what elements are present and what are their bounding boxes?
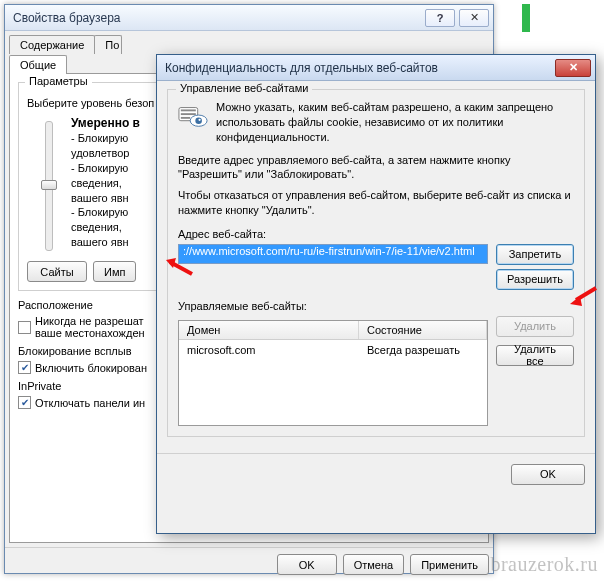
- privacy-eye-icon: [178, 102, 208, 130]
- allow-button[interactable]: Разрешить: [496, 269, 574, 290]
- never-allow-checkbox[interactable]: [18, 321, 31, 334]
- never-allow-label: Никогда не разрешат: [35, 315, 145, 327]
- address-label: Адрес веб-сайта:: [178, 228, 574, 240]
- col-state[interactable]: Состояние: [359, 321, 487, 339]
- cell-state: Всегда разрешать: [359, 340, 487, 360]
- decorative-marker: [522, 4, 530, 32]
- delete-button: Удалить: [496, 316, 574, 337]
- svg-rect-1: [181, 109, 196, 111]
- child-title: Конфиденциальность для отдельных веб-сай…: [165, 61, 438, 75]
- parent-dialog-buttons: OK Отмена Применить: [5, 547, 493, 581]
- info-text-2: Введите адрес управляемого веб-сайта, а …: [178, 153, 574, 183]
- close-button[interactable]: ✕: [459, 9, 489, 27]
- parent-titlebar[interactable]: Свойства браузера ? ✕: [5, 5, 493, 31]
- enable-blocking-checkbox[interactable]: ✔: [18, 361, 31, 374]
- your-location-label: ваше местонахожден: [35, 327, 145, 339]
- parent-title: Свойства браузера: [13, 11, 121, 25]
- site-address-input[interactable]: ://www.microsoft.com/ru-ru/ie-firstrun/w…: [178, 244, 488, 264]
- privacy-slider[interactable]: [45, 121, 53, 251]
- svg-rect-3: [181, 117, 190, 119]
- svg-point-5: [195, 117, 202, 124]
- tab-partial[interactable]: По: [94, 35, 122, 54]
- child-ok-button[interactable]: OK: [511, 464, 585, 485]
- parent-ok-button[interactable]: OK: [277, 554, 337, 575]
- child-titlebar[interactable]: Конфиденциальность для отдельных веб-сай…: [157, 55, 595, 81]
- tab-general[interactable]: Общие: [9, 55, 67, 74]
- tab-content[interactable]: Содержание: [9, 35, 95, 54]
- child-close-button[interactable]: ✕: [555, 59, 591, 77]
- per-site-privacy-dialog: Конфиденциальность для отдельных веб-сай…: [156, 54, 596, 534]
- disable-panels-label: Отключать панели ин: [35, 397, 145, 409]
- enable-blocking-label: Включить блокирован: [35, 362, 147, 374]
- parent-apply-button[interactable]: Применить: [410, 554, 489, 575]
- info-text-3: Чтобы отказаться от управления веб-сайто…: [178, 188, 574, 218]
- managed-sites-label: Управляемые веб-сайты:: [178, 300, 574, 312]
- delete-all-button[interactable]: Удалить все: [496, 345, 574, 366]
- settings-legend: Параметры: [25, 75, 92, 87]
- info-text-1: Можно указать, каким веб-сайтам разрешен…: [216, 100, 574, 145]
- manage-sites-legend: Управление веб-сайтами: [176, 82, 312, 94]
- svg-rect-2: [181, 113, 196, 115]
- managed-sites-list[interactable]: Домен Состояние microsoft.com Всегда раз…: [178, 320, 488, 426]
- manage-sites-group: Управление веб-сайтами Можно указать, ка…: [167, 89, 585, 437]
- child-dialog-buttons: OK: [157, 453, 595, 495]
- import-button[interactable]: Имп: [93, 261, 136, 282]
- col-domain[interactable]: Домен: [179, 321, 359, 339]
- disable-panels-checkbox[interactable]: ✔: [18, 396, 31, 409]
- watermark: brauzerok.ru: [490, 553, 598, 576]
- list-row[interactable]: microsoft.com Всегда разрешать: [179, 340, 487, 360]
- parent-cancel-button[interactable]: Отмена: [343, 554, 404, 575]
- cell-domain: microsoft.com: [179, 340, 359, 360]
- block-button[interactable]: Запретить: [496, 244, 574, 265]
- sites-button[interactable]: Сайты: [27, 261, 87, 282]
- tabs-row-1: Содержание По: [5, 31, 493, 54]
- help-button[interactable]: ?: [425, 9, 455, 27]
- slider-thumb[interactable]: [41, 180, 57, 190]
- list-header: Домен Состояние: [179, 321, 487, 340]
- svg-point-6: [198, 119, 200, 121]
